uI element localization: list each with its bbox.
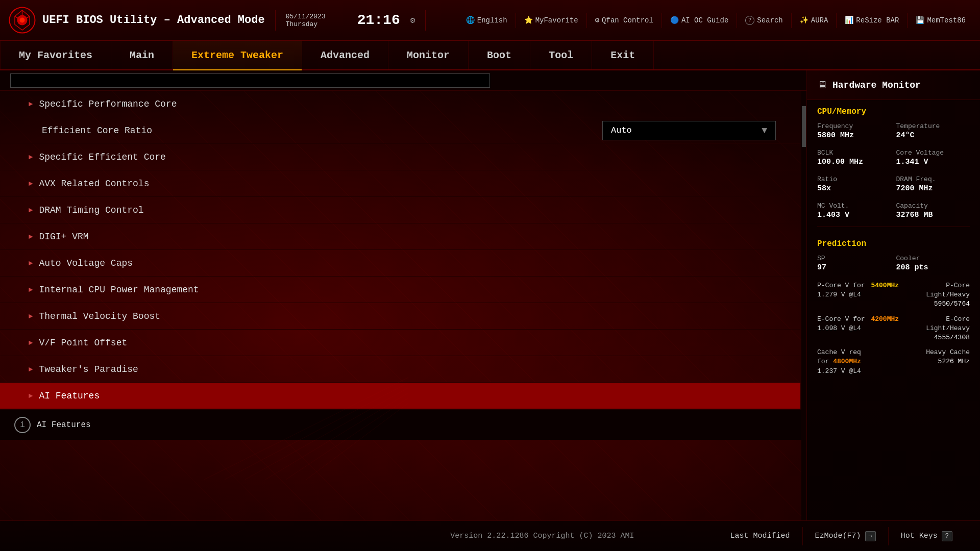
menu-item-auto-voltage[interactable]: ► Auto Voltage Caps [0,250,800,277]
menu-item-ai-features[interactable]: ► AI Features [0,383,800,409]
hw-pcore-label: P-Core V for 5400MHz [817,281,899,290]
chevron-icon-3: ► [29,180,33,188]
ezmode-btn[interactable]: EzMode(F7) → [802,527,888,545]
scrollbar-thumb[interactable] [802,106,806,147]
nav-aioc[interactable]: 🔵 AI OC Guide [664,13,734,28]
chevron-icon-7: ► [29,286,33,294]
hw-dram-value: 7200 MHz [896,184,970,193]
nav-resizebar[interactable]: 📊 ReSize BAR [839,13,905,28]
nav-search[interactable]: ? Search [739,13,789,28]
nav-aioc-label: AI OC Guide [681,16,728,24]
bios-title: UEFI BIOS Utility – Advanced Mode [42,14,265,27]
menu-item-specific-perf[interactable]: ► Specific Performance Core [0,91,800,117]
content-area: ► Specific Performance Core Efficient Co… [0,70,980,520]
nav-english[interactable]: 🌐 English [460,13,513,28]
hw-cache-freq: 4800MHz [833,358,861,365]
menu-item-avx[interactable]: ► AVX Related Controls [0,170,800,197]
menu-item-thermal[interactable]: ► Thermal Velocity Boost [0,303,800,330]
top-input-field[interactable] [10,73,490,88]
tab-advanced[interactable]: Advanced [302,41,388,69]
menu-item-efficient-core[interactable]: Efficient Core Ratio Auto ▼ [0,117,800,144]
hw-corev-value: 1.341 V [896,158,970,166]
date-label: 05/11/2023 [286,13,326,20]
tab-exit-label: Exit [610,49,635,61]
menu-scrollbar[interactable] [801,91,806,520]
last-modified-btn[interactable]: Last Modified [718,528,802,544]
settings-icon[interactable]: ⚙ [410,15,415,26]
hw-ecore-voltage: 1.098 V @L4 [817,324,899,333]
tab-tool[interactable]: Tool [530,41,592,69]
hw-ratio-cell: Ratio 58x [817,173,891,195]
hw-sp-cell: SP 97 [817,253,891,274]
hw-pcore-left: P-Core V for 5400MHz 1.279 V @L4 [817,281,899,299]
chevron-icon-9: ► [29,339,33,347]
hw-pcore-lh-value: 5950/5764 [926,299,970,309]
ezmode-label: EzMode(F7) [815,532,861,540]
nav-aura[interactable]: ✨ AURA [794,13,835,28]
chevron-icon-2: ► [29,153,33,161]
hotkeys-btn[interactable]: Hot Keys ? [888,527,965,545]
menu-item-specific-efficient[interactable]: ► Specific Efficient Core [0,144,800,170]
nav-memtest-label: MemTest86 [927,16,966,24]
chevron-icon: ► [29,100,33,108]
menu-scroll-container: ► Specific Performance Core Efficient Co… [0,91,806,520]
hw-pcore-freq: 5400MHz [871,282,899,289]
menu-item-vf[interactable]: ► V/F Point Offset [0,330,800,356]
hotkeys-label: Hot Keys [901,532,938,540]
hw-heavy-cache-label: Heavy Cache [926,348,970,357]
hw-ratio-label: Ratio [817,176,891,183]
hw-temperature-cell: Temperature 24°C [896,120,970,142]
menu-item-label-auto-volt: Auto Voltage Caps [39,258,133,268]
aura-icon: ✨ [800,16,808,24]
hw-freq-label: Frequency [817,122,891,130]
svg-line-5 [15,16,18,18]
info-text: AI Features [37,420,91,430]
menu-item-digi[interactable]: ► DIGI+ VRM [0,223,800,250]
clock-display: 21:16 [357,12,400,28]
rog-logo [8,6,36,34]
hw-cache-label: Cache V reqfor 4800MHz [817,348,861,366]
hw-mc-volt-cell: MC Volt. 1.403 V [817,200,891,221]
hw-ecore-freq: 4200MHz [871,315,899,323]
header-datetime: 05/11/2023 Thursday [286,13,347,28]
nav-english-label: English [477,16,507,24]
header-divider-2 [425,10,426,31]
tab-favorites[interactable]: My Favorites [0,41,111,69]
nav-memtest[interactable]: 💾 MemTest86 [910,13,972,28]
day-label: Thursday [286,20,317,28]
resize-icon: 📊 [845,16,853,24]
nav-qfan-label: Qfan Control [602,16,653,24]
hw-pcore-right: P-CoreLight/Heavy 5950/5764 [926,281,970,309]
tab-main[interactable]: Main [111,41,173,69]
menu-item-dram[interactable]: ► DRAM Timing Control [0,197,800,223]
hw-ecore-row: E-Core V for 4200MHz 1.098 V @L4 E-CoreL… [807,313,980,345]
tab-exit[interactable]: Exit [592,41,654,69]
menu-item-internal-cpu[interactable]: ► Internal CPU Power Management [0,277,800,303]
efficient-core-dropdown[interactable]: Auto ▼ [602,121,776,140]
tab-boot[interactable]: Boot [469,41,530,69]
hw-cap-label: Capacity [896,202,970,210]
header-divider [275,10,276,31]
nav-qfan[interactable]: ⚙ Qfan Control [589,13,659,28]
menu-item-label-tweakers: Tweaker's Paradise [39,364,138,374]
hw-ecore-left: E-Core V for 4200MHz 1.098 V @L4 [817,315,899,333]
tab-main-label: Main [130,49,154,61]
menu-item-tweakers[interactable]: ► Tweaker's Paradise [0,356,800,383]
main-nav: My Favorites Main Extreme Tweaker Advanc… [0,41,980,70]
footer-right: Last Modified EzMode(F7) → Hot Keys ? [718,527,965,545]
chevron-icon-6: ► [29,259,33,267]
tab-extreme[interactable]: Extreme Tweaker [173,41,302,69]
nav-myfavorite[interactable]: ⭐ MyFavorite [518,13,584,28]
f7-key: → [865,531,876,541]
star-icon: ⭐ [524,16,533,24]
hw-cpu-grid: Frequency 5800 MHz Temperature 24°C BCLK… [807,120,980,221]
hw-pcore-voltage: 1.279 V @L4 [817,290,899,299]
nav-sep-1 [516,13,516,28]
chevron-icon-10: ► [29,365,33,373]
tab-favorites-label: My Favorites [19,49,92,61]
logo-area: UEFI BIOS Utility – Advanced Mode [8,6,265,34]
hw-ecore-right: E-CoreLight/Heavy 4555/4308 [926,315,970,343]
tab-extreme-label: Extreme Tweaker [191,49,283,61]
tab-monitor[interactable]: Monitor [388,41,469,69]
hw-cache-voltage: 1.237 V @L4 [817,367,861,376]
